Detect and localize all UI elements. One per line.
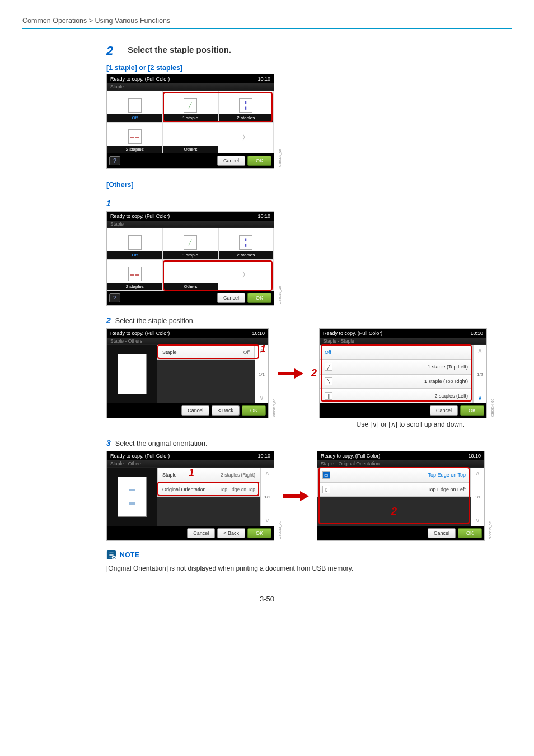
ok-button[interactable]: OK — [247, 528, 271, 538]
list-item[interactable]: ▭Top Edge on Top — [317, 468, 471, 482]
tile-others[interactable]: Others 〉 — [162, 122, 274, 153]
panel-time: 10:10 — [470, 330, 483, 336]
screenshot-staple-list: Ready to copy. (Full Color) 10:10 Staple… — [319, 328, 487, 418]
subhead-others: [Others] — [106, 181, 487, 189]
tile-1-staple[interactable]: ╱1 staple — [162, 228, 218, 259]
panel-status: Ready to copy. (Full Color) — [110, 453, 170, 459]
preview-column — [107, 345, 157, 403]
panel-status: Ready to copy. (Full Color) — [110, 213, 170, 219]
tile-2-staples[interactable]: ▮▮2 staples — [218, 228, 274, 259]
chevron-right-icon: 〉 — [242, 270, 250, 280]
note-body: [Original Orientation] is not displayed … — [106, 564, 487, 572]
callout-2: 2 — [391, 506, 397, 517]
list-item[interactable]: Off — [320, 345, 473, 360]
ok-button[interactable]: OK — [458, 528, 482, 538]
panel-code: GB0033_01 — [278, 521, 282, 539]
tile-2b-label: 2 staples — [107, 146, 162, 153]
tile-2-label: 2 staples — [219, 114, 273, 122]
help-icon[interactable]: ? — [109, 156, 120, 165]
page-number: 3-50 — [22, 595, 512, 603]
list-item[interactable]: ▯Top Edge on Left — [317, 482, 471, 497]
list-item-label: 1 staple (Top Right) — [424, 379, 468, 384]
svg-marker-1 — [294, 368, 303, 379]
cancel-button[interactable]: Cancel — [430, 405, 458, 416]
scroll-up-icon[interactable]: ∧ — [265, 468, 270, 479]
callout-1: 1 — [260, 343, 266, 355]
row-orient-label: Original Orientation — [162, 487, 206, 492]
ok-button[interactable]: OK — [247, 293, 271, 303]
panel-code: GB0015_02 — [489, 521, 492, 539]
panel-code: GB0033_00 — [273, 399, 276, 417]
tile-off[interactable]: Off — [107, 228, 162, 259]
tile-2-staples-b[interactable]: ▬▬2 staples — [107, 259, 162, 291]
tile-2-staples[interactable]: ▮▮2 staples — [218, 91, 274, 122]
tile-others[interactable]: Others 〉 — [162, 259, 274, 291]
panel-status: Ready to copy. (Full Color) — [323, 330, 382, 336]
tile-1-label: 1 staple — [163, 251, 217, 259]
panel-crumb: Staple - Original Orientation — [317, 460, 484, 468]
cancel-button[interactable]: Cancel — [187, 528, 215, 538]
callout-1: 1 — [189, 467, 194, 479]
header-rule — [22, 28, 512, 29]
note-block: NOTE [Original Orientation] is not displ… — [106, 550, 487, 572]
row-staple-label: Staple — [162, 349, 177, 355]
list-item[interactable]: ╲1 staple (Top Right) — [320, 374, 473, 389]
scroll-down-icon[interactable]: ∨ — [477, 392, 483, 403]
list-item[interactable]: ╱1 staple (Top Left) — [320, 360, 473, 374]
scroll-up-icon[interactable]: ∧ — [475, 468, 480, 479]
note-icon — [106, 550, 116, 560]
tile-2-label: 2 staples — [219, 251, 273, 259]
tile-off-label: Off — [107, 251, 162, 259]
step-number: 2 — [106, 45, 116, 57]
screenshot-others-main-a: Ready to copy. (Full Color) 10:10 Staple… — [106, 328, 269, 418]
panel-code: GB0032_00 — [278, 286, 282, 304]
preview-column — [107, 468, 157, 526]
row-staple-value: Off — [243, 349, 250, 355]
orient-icon: ▯ — [322, 486, 330, 493]
row-orient-value: Top Edge on Top — [219, 487, 255, 492]
panel-code: GB0034_00 — [491, 399, 494, 417]
note-label: NOTE — [120, 551, 139, 559]
staple-icon: ╲ — [325, 377, 332, 385]
ok-button[interactable]: OK — [247, 156, 271, 166]
tile-others-label: Others — [163, 146, 218, 153]
orient-icon: ▭ — [322, 471, 330, 479]
panel-time: 10:10 — [468, 453, 481, 459]
panel-crumb: Staple - Staple — [320, 338, 486, 345]
cancel-button[interactable]: Cancel — [181, 405, 209, 416]
tile-off[interactable]: Off — [107, 91, 162, 122]
cancel-button[interactable]: Cancel — [217, 156, 245, 166]
list-item[interactable]: ║2 staples (Left) — [320, 389, 473, 403]
cancel-button[interactable]: Cancel — [428, 528, 456, 538]
tile-1-staple[interactable]: ╱1 staple — [162, 91, 218, 122]
scroll-up-icon[interactable]: ∧ — [477, 345, 483, 356]
screenshot-staple-b: Ready to copy. (Full Color) 10:10 Staple… — [106, 211, 274, 306]
ok-button[interactable]: OK — [242, 405, 266, 416]
arrow-right-icon — [277, 367, 303, 380]
row-orientation[interactable]: Original Orientation Top Edge on Top — [157, 482, 260, 497]
scroll-down-icon[interactable]: ∨ — [475, 515, 480, 526]
tile-others-label: Others — [163, 283, 218, 290]
screenshot-staple-a: Ready to copy. (Full Color) 10:10 Staple… — [106, 74, 274, 169]
panel-status: Ready to copy. (Full Color) — [110, 76, 170, 82]
panel-crumb: Staple — [107, 83, 274, 91]
substep-3-num: 3 — [106, 438, 111, 447]
scroll-down-icon[interactable]: ∨ — [265, 515, 270, 526]
tile-2-staples-b[interactable]: ▬▬2 staples — [107, 122, 162, 153]
row-staple[interactable]: Staple 2 staples (Right) — [157, 468, 260, 482]
callout-2: 2 — [311, 367, 317, 379]
ok-button[interactable]: OK — [460, 405, 484, 416]
back-button[interactable]: < Back — [217, 528, 245, 538]
cancel-button[interactable]: Cancel — [217, 293, 245, 303]
help-icon[interactable]: ? — [109, 293, 120, 302]
list-item-label: 2 staples (Left) — [434, 393, 468, 399]
tile-1-label: 1 staple — [163, 114, 217, 122]
row-staple[interactable]: Staple Off — [157, 345, 255, 360]
back-button[interactable]: < Back — [212, 405, 240, 416]
page-indicator: 1/1 — [264, 494, 270, 500]
scroll-down-icon[interactable]: ∨ — [259, 392, 264, 403]
panel-time: 10:10 — [252, 330, 265, 336]
tile-2b-label: 2 staples — [107, 283, 162, 290]
panel-status: Ready to copy. (Full Color) — [321, 453, 380, 459]
step-title: Select the staple position. — [128, 45, 231, 54]
